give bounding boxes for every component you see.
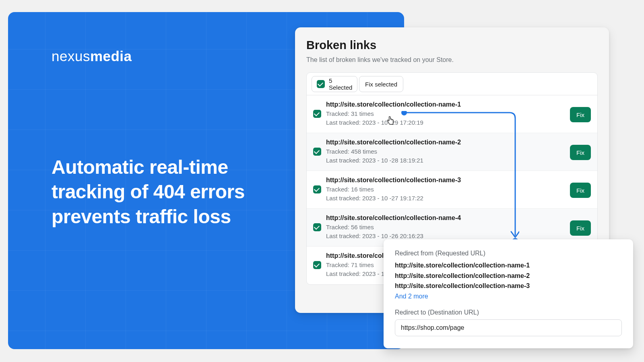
row-meta: Tracked: 458 times Last tracked: 2023 - … — [326, 147, 591, 165]
select-all-checkbox[interactable] — [317, 80, 325, 88]
row-checkbox[interactable] — [313, 261, 321, 269]
fix-button[interactable]: Fix — [570, 107, 591, 122]
row-url: http://site.store/collection/collection-… — [326, 177, 591, 184]
destination-url-input[interactable] — [395, 319, 622, 336]
brand-logo: nexusmedia — [52, 48, 132, 64]
row-last: Last tracked: 2023 - 10 -27 19:17:22 — [326, 195, 423, 202]
redirect-from-label: Redirect from (Requested URL) — [395, 250, 622, 257]
row-tracked: Tracked: 71 times — [326, 261, 374, 268]
row-tracked: Tracked: 16 times — [326, 186, 374, 193]
row-url: http://site.store/collection/collection-… — [326, 214, 591, 222]
row-checkbox[interactable] — [313, 185, 321, 193]
fix-button[interactable]: Fix — [570, 220, 591, 236]
table-row[interactable]: http://site.store/collection/collection-… — [307, 171, 597, 209]
card-subtitle: The list of broken links we've tracked o… — [306, 56, 454, 64]
row-tracked: Tracked: 31 times — [326, 110, 374, 117]
row-meta: Tracked: 16 times Last tracked: 2023 - 1… — [326, 185, 591, 203]
row-last: Last tracked: 2023 - 10 -29 17:20:19 — [326, 119, 423, 126]
redirect-from-url: http://site.store/collection/collection-… — [395, 281, 622, 291]
pointer-cursor-icon — [386, 116, 394, 125]
fix-selected-label: Fix selected — [365, 81, 397, 88]
logo-part-1: nexus — [52, 48, 90, 64]
hero-headline: Automatic real-time tracking of 404 erro… — [52, 155, 277, 229]
row-url: http://site.store/collection/collection-… — [326, 139, 591, 146]
show-more-link[interactable]: And 2 more — [395, 293, 622, 300]
fix-selected-button[interactable]: Fix selected — [359, 76, 403, 92]
fix-button[interactable]: Fix — [570, 183, 591, 198]
table-header: 5 Selected Fix selected — [307, 73, 597, 95]
redirect-from-url: http://site.store/collection/collection-… — [395, 271, 622, 281]
selected-count-label: 5 Selected — [329, 77, 352, 91]
fix-button[interactable]: Fix — [570, 145, 591, 160]
row-meta: Tracked: 31 times Last tracked: 2023 - 1… — [326, 109, 591, 127]
table-row[interactable]: http://site.store/collection/collection-… — [307, 95, 597, 133]
row-tracked: Tracked: 458 times — [326, 148, 377, 155]
card-title: Broken links — [306, 39, 376, 52]
row-last: Last tracked: 2023 - 10 -28 18:19:21 — [326, 157, 423, 164]
logo-part-2: media — [90, 48, 132, 64]
row-tracked: Tracked: 56 times — [326, 224, 374, 230]
row-last: Last tracked: 2023 - 10 -26 20:16:23 — [326, 232, 423, 239]
table-row[interactable]: http://site.store/collection/collection-… — [307, 133, 597, 171]
row-checkbox[interactable] — [313, 110, 321, 118]
redirect-from-url: http://site.store/collection/collection-… — [395, 260, 622, 271]
selected-count-chip[interactable]: 5 Selected — [312, 76, 357, 92]
row-checkbox[interactable] — [313, 223, 321, 231]
redirect-popover: Redirect from (Requested URL) http://sit… — [384, 239, 633, 348]
row-last: Last tracked: 2023 - 1 — [326, 270, 384, 277]
row-checkbox[interactable] — [313, 148, 321, 156]
redirect-to-label: Redirect to (Destination URL) — [395, 309, 622, 316]
row-url: http://site.store/collection/collection-… — [326, 101, 591, 108]
row-meta: Tracked: 56 times Last tracked: 2023 - 1… — [326, 223, 591, 241]
